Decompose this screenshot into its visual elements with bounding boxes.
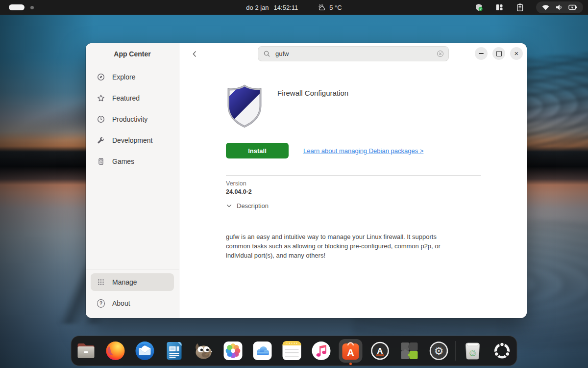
sidebar-item-productivity[interactable]: Productivity	[91, 110, 174, 128]
sidebar-item-development[interactable]: Development	[91, 131, 174, 149]
chevron-left-icon	[191, 50, 198, 58]
window-tiling-icon[interactable]	[495, 3, 504, 12]
gamepad-icon	[97, 158, 105, 165]
gufw-shield-icon	[226, 84, 263, 130]
sidebar-item-label: About	[112, 299, 130, 307]
minimize-icon	[479, 53, 484, 54]
compass-icon	[97, 73, 105, 81]
description-text: gufw is an easy and intuitive way to man…	[226, 232, 460, 260]
maximize-button[interactable]	[492, 47, 505, 60]
description-expander[interactable]: Description	[226, 202, 527, 210]
section-divider	[226, 175, 481, 176]
system-tray	[474, 0, 583, 15]
shield-security-icon[interactable]	[474, 3, 483, 12]
dock-item-icloud[interactable]	[251, 339, 274, 363]
install-button[interactable]: Install	[226, 143, 289, 158]
weather[interactable]: 5 °C	[318, 3, 342, 11]
dock-item-photos[interactable]	[221, 339, 245, 363]
icloud-icon	[251, 339, 274, 363]
dock-item-firefox[interactable]	[104, 339, 127, 363]
version-value: 24.04.0-2	[226, 188, 527, 195]
dock-item-thunderbird[interactable]	[133, 339, 157, 363]
main-pane: ×	[179, 43, 527, 318]
dock-item-gimp[interactable]	[192, 339, 216, 363]
date-label: do 2 jan	[246, 4, 269, 11]
dock-item-software-updater[interactable]: A	[368, 339, 392, 363]
app-title: App Center	[86, 50, 179, 58]
clock-weather-menu[interactable]: do 2 jan 14:52:11 5 °C	[246, 0, 342, 15]
close-button[interactable]: ×	[510, 47, 523, 60]
workspace-pill-active[interactable]	[9, 4, 24, 10]
dock: A A ⚙	[71, 336, 517, 366]
notes-icon	[280, 339, 304, 363]
sidebar-item-featured[interactable]: Featured	[91, 89, 174, 107]
sidebar-divider	[86, 269, 179, 269]
status-menu[interactable]	[536, 1, 583, 13]
dock-item-settings[interactable]: ⚙	[427, 339, 451, 363]
search-icon	[263, 50, 270, 57]
app-center-icon: A	[339, 339, 363, 363]
dock-item-trash[interactable]: ♲	[461, 339, 485, 363]
dock-item-files[interactable]	[74, 339, 98, 363]
trash-icon: ♲	[461, 339, 485, 363]
extensions-icon	[398, 339, 421, 363]
clock-icon	[97, 115, 105, 123]
music-icon	[310, 339, 333, 363]
back-button[interactable]	[188, 48, 201, 60]
sidebar-item-label: Manage	[112, 278, 137, 286]
sidebar-item-games[interactable]: Games	[91, 153, 174, 170]
description-label: Description	[237, 202, 269, 210]
sidebar-item-about[interactable]: ? About	[91, 294, 174, 312]
dock-item-app-center[interactable]: A	[339, 339, 363, 363]
wrench-icon	[97, 136, 105, 144]
clock[interactable]: do 2 jan 14:52:11	[246, 4, 298, 11]
libreoffice-writer-icon	[163, 339, 186, 363]
settings-gear-icon: ⚙	[427, 339, 451, 363]
sidebar-item-manage[interactable]: Manage	[91, 273, 174, 291]
temperature-label: 5 °C	[329, 4, 342, 11]
search-bar[interactable]	[258, 46, 449, 61]
search-input[interactable]	[274, 50, 437, 58]
app-detail: Firewall Configuration Install Learn abo…	[226, 64, 527, 260]
dock-item-ubuntu-desktop[interactable]	[490, 339, 514, 363]
clipboard-icon[interactable]	[515, 3, 524, 12]
svg-text:⚙: ⚙	[434, 345, 444, 357]
sidebar-item-label: Games	[112, 158, 134, 165]
dock-item-libreoffice-writer[interactable]	[163, 339, 186, 363]
sidebar-item-label: Featured	[112, 94, 140, 102]
app-header-row: Firewall Configuration	[226, 84, 527, 130]
star-icon	[97, 94, 105, 102]
debian-packages-link[interactable]: Learn about managing Debian packages >	[303, 147, 423, 155]
workspace-indicator[interactable]	[9, 4, 34, 10]
grid-icon	[97, 278, 105, 286]
workspace-dot-inactive[interactable]	[30, 6, 34, 9]
app-center-window: App Center Explore Featured	[86, 43, 527, 318]
thunderbird-icon	[133, 339, 157, 363]
sun-behind-cloud-icon	[318, 3, 326, 11]
clear-icon[interactable]	[437, 50, 444, 57]
version-label: Version	[226, 180, 527, 187]
firefox-icon	[104, 339, 127, 363]
time-label: 14:52:11	[274, 4, 298, 11]
question-icon: ?	[97, 299, 105, 307]
wifi-icon	[541, 4, 550, 11]
minimize-button[interactable]	[475, 47, 488, 60]
sidebar-item-label: Productivity	[112, 115, 147, 123]
sidebar-item-explore[interactable]: Explore	[91, 68, 174, 86]
dock-item-music[interactable]	[310, 339, 333, 363]
svg-text:A: A	[377, 346, 383, 356]
ubuntu-desktop-screen: do 2 jan 14:52:11 5 °C	[0, 0, 588, 368]
dock-item-extensions[interactable]	[398, 339, 421, 363]
app-name: Firewall Configuration	[277, 89, 348, 130]
files-icon	[74, 339, 98, 363]
dock-item-notes[interactable]	[280, 339, 304, 363]
battery-charging-icon	[568, 4, 578, 11]
chevron-down-icon	[226, 203, 232, 209]
sidebar: App Center Explore Featured	[86, 43, 179, 318]
action-row: Install Learn about managing Debian pack…	[226, 143, 527, 158]
sidebar-nav: Explore Featured Productivity	[86, 68, 179, 174]
close-icon: ×	[514, 50, 519, 57]
maximize-icon	[496, 51, 502, 56]
svg-text:♲: ♲	[468, 348, 476, 358]
photos-icon	[221, 339, 245, 363]
